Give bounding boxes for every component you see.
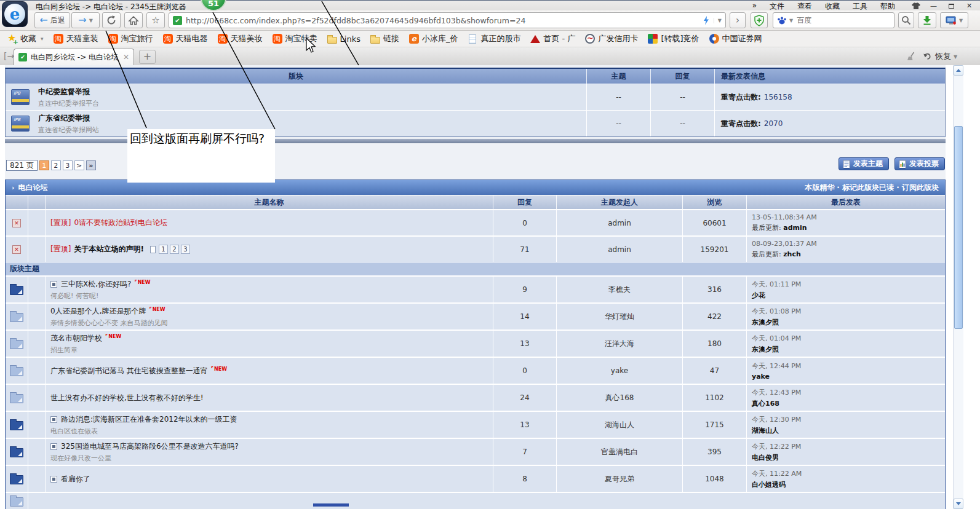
bookmark-item[interactable]: 中国证券网 — [704, 32, 767, 45]
bookmark-item[interactable]: 广发信用卡 — [580, 32, 643, 45]
screenshot-dropdown-icon[interactable]: ▼ — [959, 18, 963, 23]
page-button[interactable]: 1 — [39, 160, 49, 170]
bookmark-item[interactable]: 真正的股市 — [463, 32, 525, 45]
skin-button[interactable] — [907, 1, 925, 11]
topic-starter-link[interactable]: 汪洋大海 — [556, 331, 682, 357]
last-updater-link[interactable]: admin — [783, 224, 807, 232]
topic-starter-link[interactable]: admin — [556, 210, 682, 235]
topic-title-link[interactable]: 325国道电城至马店高架路段6公里不是改造六车道吗? — [61, 441, 239, 452]
topic-title-link[interactable]: 世上没有办不好的学校,世上没有教不好的学生! — [50, 393, 204, 403]
scrollbar-thumb[interactable] — [954, 126, 963, 329]
browser-logo[interactable]: e — [2, 1, 28, 27]
thread-row-partial — [6, 492, 945, 509]
clean-button[interactable] — [903, 50, 919, 63]
bookmark-item[interactable]: 天猫童装 — [49, 32, 103, 45]
page-button[interactable]: » — [86, 160, 96, 170]
goto-post-icon[interactable] — [50, 416, 57, 423]
new-tab-button[interactable]: + — [139, 50, 156, 64]
bookmark-item[interactable]: 首页 - 广 — [525, 32, 580, 45]
last-updater-link[interactable]: 电白俊男 — [752, 454, 779, 462]
last-updater-link[interactable]: 东澳夕照 — [752, 345, 779, 353]
scroll-down-button[interactable] — [954, 499, 963, 509]
search-engine-dropdown-icon[interactable]: ▼ — [789, 18, 793, 23]
goto-post-icon[interactable] — [50, 443, 57, 450]
topic-title-link[interactable]: 广东省纪委副书记落马 其住宅被搜查整整一通宵 — [50, 366, 208, 376]
forum-title[interactable]: 电白论坛 — [18, 183, 48, 193]
bookmark-item[interactable]: 淘宝特卖 — [268, 32, 322, 45]
forward-dropdown-icon[interactable]: ▼ — [89, 18, 93, 23]
scroll-up-button[interactable] — [954, 65, 963, 76]
download-button[interactable] — [918, 12, 936, 28]
topic-starter-link[interactable]: 真心168 — [556, 385, 682, 411]
vertical-scrollbar[interactable] — [953, 65, 963, 509]
topic-starter-link[interactable]: 官盖满电白 — [556, 439, 682, 465]
close-button[interactable]: ✕ — [960, 1, 978, 11]
restore-dropdown-icon[interactable]: ▼ — [954, 54, 957, 60]
refresh-button[interactable] — [102, 12, 121, 28]
forum-name-link[interactable]: 广东省纪委举报 — [38, 113, 99, 124]
favorites-star-button[interactable]: ☆ — [146, 12, 165, 28]
search-input[interactable] — [795, 15, 890, 25]
home-button[interactable] — [124, 12, 143, 28]
topic-title-link[interactable]: 0请不要转政治贴到电白论坛 — [74, 218, 167, 228]
topic-title-link[interactable]: 看扁你了 — [61, 474, 90, 484]
topic-title-link[interactable]: 三中陈X松,你还好吗? — [61, 279, 131, 290]
bookmark-item[interactable]: 收藏 — [2, 32, 49, 45]
page-button[interactable]: 3 — [63, 160, 73, 170]
url-dropdown-icon[interactable]: ▼ — [714, 18, 722, 23]
forum-header-links[interactable]: 本版精华 · 标记此版块已读 · 订阅此版块 — [805, 183, 939, 193]
topic-starter-link[interactable]: 湖海山人 — [556, 412, 682, 438]
last-updater-link[interactable]: 白小姐透码 — [752, 481, 786, 489]
back-button[interactable]: ← 后退 — [34, 12, 70, 28]
topic-starter-link[interactable]: 华灯璀灿 — [556, 304, 682, 329]
goto-post-icon[interactable] — [50, 281, 57, 288]
last-updater-link[interactable]: 少花 — [752, 291, 765, 299]
topic-starter-link[interactable]: yake — [556, 358, 682, 384]
url-text[interactable]: http://0668cc.com/index.php?s=2f52dfdd8b… — [186, 16, 699, 25]
goto-post-icon[interactable] — [50, 476, 57, 483]
forum-name-link[interactable]: 中纪委监督举报 — [38, 87, 99, 97]
restore-button[interactable]: 恢复 ▼ — [923, 50, 957, 63]
browser-tab-active[interactable]: ✔ 电白同乡论坛 -> 电白论坛 ✕ — [14, 49, 134, 65]
bookmark-item[interactable]: [转载]竞价 — [643, 32, 704, 45]
new-topic-button[interactable]: 发表主题 — [839, 157, 889, 170]
search-box[interactable]: ▼ — [773, 12, 894, 28]
topic-starter-link[interactable]: admin — [556, 237, 682, 262]
topic-starter-link[interactable]: 李樵夫 — [556, 277, 682, 302]
last-updater-link[interactable]: zhch — [783, 250, 801, 258]
search-button[interactable] — [898, 12, 914, 28]
panel-toggle-icon[interactable]: [→ — [4, 51, 14, 61]
topic-title-link[interactable]: 茂名市朝阳学校 — [50, 333, 102, 344]
address-bar[interactable]: ✔ http://0668cc.com/index.php?s=2f52dfdd… — [169, 12, 726, 28]
maximize-button[interactable] — [942, 1, 960, 11]
bookmark-item[interactable]: 淘宝旅行 — [103, 32, 158, 45]
topic-page-button[interactable]: 3 — [181, 245, 190, 254]
go-button[interactable]: › — [730, 12, 746, 28]
topic-page-button[interactable]: 2 — [170, 245, 179, 254]
bookmark-item[interactable]: 小冰库_价 — [404, 32, 463, 45]
new-poll-button[interactable]: 发表投票 — [894, 157, 945, 170]
minimize-button[interactable]: — — [925, 1, 942, 11]
page-button[interactable]: 2 — [51, 160, 61, 170]
topic-title-link[interactable]: 路边消息:滨海新区正在准备套2012年以来的一级工资 — [61, 414, 237, 425]
bookmark-item[interactable]: 链接 — [365, 32, 404, 45]
last-updater-link[interactable]: 湖海山人 — [752, 427, 779, 435]
bookmark-item[interactable]: 天猫电器 — [158, 32, 213, 45]
last-updater-link[interactable]: 真心168 — [752, 400, 779, 408]
security-shield-button[interactable] — [751, 12, 768, 28]
forward-button[interactable]: → ▼ — [71, 12, 100, 28]
topic-title-link[interactable]: 关于本站立场的声明! — [74, 244, 143, 254]
last-updater-link[interactable]: 东澳夕照 — [752, 318, 779, 326]
topic-title-link[interactable]: 0人还是那个人,牌还是那个牌 — [50, 306, 146, 317]
topic-page-button[interactable]: 1 — [159, 245, 168, 254]
reply-count: 14 — [493, 304, 556, 329]
last-updater-link[interactable]: yake — [752, 373, 770, 381]
lightning-icon[interactable] — [703, 16, 710, 25]
screenshot-button[interactable]: ▼ — [940, 12, 968, 28]
bookmark-item[interactable]: 天猫美妆 — [213, 32, 268, 45]
tab-close-icon[interactable]: ✕ — [123, 53, 129, 61]
page-button[interactable]: > — [74, 160, 84, 170]
bookmark-item[interactable]: Links — [322, 32, 365, 45]
topic-starter-link[interactable]: 夏哥兄弟 — [556, 466, 682, 492]
last-updated-label: 最后更新: — [752, 250, 781, 258]
